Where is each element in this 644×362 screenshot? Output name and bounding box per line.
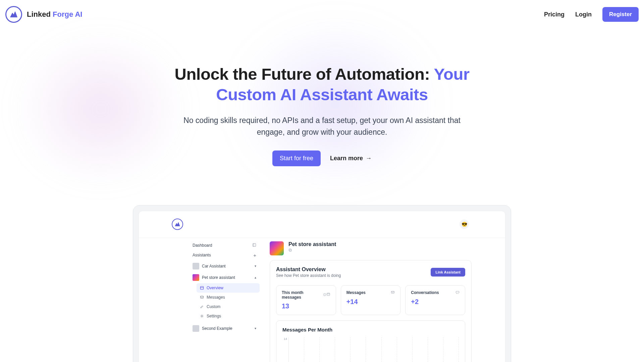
stat-messages: Messages +14: [341, 285, 401, 315]
chart-col: [320, 337, 335, 362]
sidebar-asst-car[interactable]: Car Assistant ▾: [189, 260, 260, 272]
app-body: Dashboard Assistants + Car Assistant: [139, 238, 505, 362]
chart-col: [443, 337, 459, 362]
app-topbar: 😎: [139, 211, 505, 238]
main-header: Pet store assistant: [270, 241, 472, 255]
top-nav: Linked Forge AI Pricing Login Register: [0, 0, 644, 29]
chart-col: [335, 337, 351, 362]
hero-subtitle: No coding skills required, no APIs and a…: [154, 115, 490, 138]
chart-col: [351, 337, 366, 362]
settings-label: Settings: [207, 314, 221, 318]
sidebar-overview[interactable]: Overview: [197, 283, 260, 293]
asst-car-label: Car Assistant: [202, 264, 226, 268]
chart-y-label: 14: [282, 337, 288, 362]
learn-more-label: Learn more: [330, 155, 363, 162]
sidebar-assistants-label: Assistants: [193, 253, 211, 257]
overview-title: Assistant Overview: [276, 266, 341, 273]
main-content: Pet store assistant Assistant Overview S…: [263, 238, 472, 362]
envelope-icon: [391, 290, 395, 295]
learn-more-link[interactable]: Learn more →: [330, 155, 372, 162]
overview-icon: [200, 286, 204, 290]
svg-rect-7: [289, 249, 291, 251]
user-avatar[interactable]: 😎: [460, 220, 469, 229]
svg-point-10: [324, 294, 325, 294]
brand[interactable]: Linked Forge AI: [5, 6, 82, 23]
assistant-title: Pet store assistant: [288, 241, 336, 247]
stat3-label: Conversations: [411, 290, 439, 295]
brand-linked: Linked: [27, 10, 51, 18]
brand-name: Linked Forge AI: [27, 10, 82, 19]
brand-forge: Forge AI: [51, 10, 83, 18]
stats-row: This month messages 13: [276, 285, 465, 315]
sidebar-asst-pet[interactable]: Pet store assistant ▴: [189, 272, 260, 283]
chart-col: [413, 337, 428, 362]
logo-icon: [5, 6, 22, 23]
hero-section: Unlock the Future of Automation: Your Cu…: [154, 64, 490, 166]
sidebar-custom[interactable]: Custom: [197, 302, 260, 311]
hero-title-prefix: Unlock the Future of Automation:: [175, 65, 434, 83]
dashboard-trail-icon: [252, 243, 256, 248]
info-icon[interactable]: [323, 293, 326, 297]
sidebar-assistants[interactable]: Assistants +: [189, 250, 260, 260]
hero-sub-line2: engage, and grow with your audience.: [154, 126, 490, 138]
chart-col: [289, 337, 304, 362]
nav-login[interactable]: Login: [575, 11, 592, 18]
chart-grid: [288, 337, 459, 362]
chart-col: [366, 337, 381, 362]
overview-subtitle: See how Pet store assistant is doing: [276, 273, 341, 278]
copy-icon[interactable]: [288, 248, 336, 253]
assistant-avatar: [270, 241, 284, 255]
chevron-down-icon: ▾: [255, 326, 256, 330]
chevron-down-icon: ▾: [255, 264, 256, 268]
chart-card: Messages Per Month 14: [276, 320, 465, 362]
asst-pet-label: Pet store assistant: [202, 275, 235, 280]
overview-label: Overview: [207, 286, 223, 290]
app-logo-icon[interactable]: [172, 219, 183, 230]
sidebar-asst-second[interactable]: Second Example ▾: [189, 323, 260, 334]
calendar-icon: [326, 292, 330, 297]
start-free-button[interactable]: Start for free: [272, 150, 321, 166]
chart-col: [304, 337, 320, 362]
register-button[interactable]: Register: [602, 7, 639, 22]
stat2-label: Messages: [346, 290, 366, 295]
custom-icon: [200, 305, 204, 309]
arrow-right-icon: →: [366, 155, 372, 162]
sidebar-messages[interactable]: Messages: [197, 293, 260, 302]
chart-body: 14: [282, 337, 459, 362]
stat-month-messages: This month messages 13: [276, 285, 336, 315]
stat1-label: This month messages: [282, 290, 321, 300]
chart-col: [428, 337, 443, 362]
asst-second-label: Second Example: [202, 326, 232, 331]
hero-title: Unlock the Future of Automation: Your Cu…: [154, 64, 490, 105]
app-shell: 😎 Dashboard Assistants +: [139, 211, 505, 362]
asst-avatar-icon: [193, 263, 199, 269]
nav-pricing[interactable]: Pricing: [544, 11, 565, 18]
add-assistant-icon[interactable]: +: [253, 252, 256, 258]
sidebar-dashboard-label: Dashboard: [193, 243, 212, 248]
settings-icon: [200, 314, 204, 318]
preview-frame: 😎 Dashboard Assistants +: [133, 205, 511, 362]
chart-col: [397, 337, 413, 362]
chart-col: [382, 337, 397, 362]
stat3-value: +2: [411, 298, 460, 306]
sidebar-submenu: Overview Messages Custom: [189, 283, 260, 321]
stat2-value: +14: [346, 298, 395, 306]
hero-sub-line1: No coding skills required, no APIs and a…: [154, 115, 490, 127]
svg-rect-0: [253, 243, 256, 246]
chart-title: Messages Per Month: [282, 327, 459, 333]
svg-rect-6: [289, 249, 291, 251]
stat1-value: 13: [282, 302, 330, 310]
chevron-up-icon: ▴: [255, 276, 256, 279]
custom-label: Custom: [207, 304, 220, 309]
messages-icon: [200, 295, 204, 299]
sidebar-settings[interactable]: Settings: [197, 311, 260, 321]
overview-header: Assistant Overview See how Pet store ass…: [276, 266, 465, 278]
asst-avatar-icon: [193, 325, 199, 332]
sidebar-dashboard[interactable]: Dashboard: [189, 241, 260, 250]
chat-icon: [455, 290, 460, 295]
sidebar: Dashboard Assistants + Car Assistant: [189, 238, 263, 362]
preview-window: 😎 Dashboard Assistants +: [139, 211, 505, 362]
svg-rect-4: [201, 296, 204, 298]
svg-rect-2: [201, 286, 204, 289]
link-assistant-button[interactable]: Link Assistant: [431, 268, 465, 277]
